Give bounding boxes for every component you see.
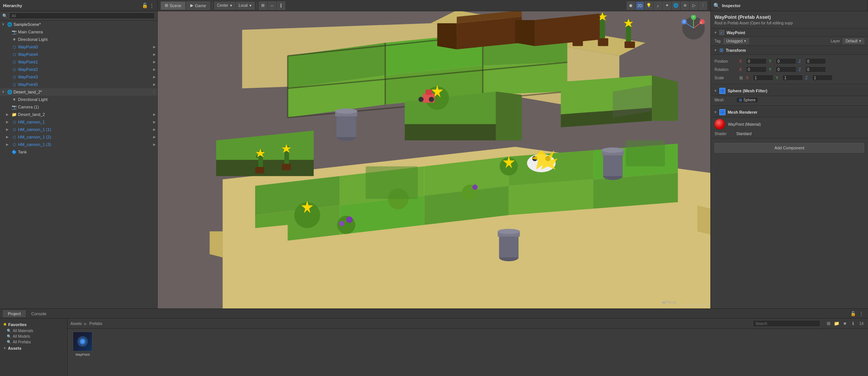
camera1-label: Camera (1) bbox=[18, 105, 39, 109]
waypoint2-arrow: ▶ bbox=[153, 68, 156, 71]
tree-item-cannon1[interactable]: ▶ ⬡ HM_cannon_1 ▶ bbox=[0, 118, 157, 126]
project-search-input[interactable] bbox=[753, 320, 820, 327]
favorites-section[interactable]: ★ Favorites bbox=[0, 321, 67, 328]
shading-btn[interactable]: ◉ bbox=[627, 2, 635, 10]
search-icon-mat: 🔍 bbox=[7, 329, 11, 333]
csdn-watermark: CSDN @lrATetR bbox=[683, 303, 708, 307]
scale-y-input[interactable] bbox=[782, 75, 803, 81]
svg-rect-78 bbox=[426, 90, 432, 95]
rot-y-input[interactable] bbox=[776, 66, 796, 72]
info-btn[interactable]: ℹ bbox=[850, 320, 857, 327]
bottom-more-btn[interactable]: ⋮ bbox=[857, 310, 865, 317]
pos-z-input[interactable] bbox=[805, 58, 826, 64]
main-layout: 🔍 ▼ 🌐 SampleScene* 📷 Main Camera ☀ Direc… bbox=[0, 11, 868, 308]
mesh-renderer-header[interactable]: ▼ Mesh Renderer bbox=[711, 107, 868, 117]
center-dropdown[interactable]: Center ▼ bbox=[214, 2, 235, 9]
pos-y-input[interactable] bbox=[776, 58, 796, 64]
waypoint-component-header[interactable]: ▼ ✓ WayPoint bbox=[711, 29, 868, 37]
tank-label: Tank bbox=[18, 150, 27, 154]
tree-item-waypoint1[interactable]: ⬡ WayPoint1 ▶ bbox=[0, 58, 157, 66]
bottom-tabs: Project Console 🔓 ⋮ bbox=[0, 309, 868, 319]
svg-point-80 bbox=[429, 97, 434, 102]
waypoint-checkbox[interactable]: ✓ bbox=[719, 30, 724, 35]
audio-btn[interactable]: ♪ bbox=[654, 2, 662, 10]
tree-item-maincamera[interactable]: 📷 Main Camera bbox=[0, 28, 157, 36]
transform-title: Transform bbox=[726, 48, 865, 53]
tree-item-cannon1-3[interactable]: ▶ ⬡ HM_cannon_1 (3) ▶ bbox=[0, 141, 157, 148]
layer-dropdown[interactable]: Default ▼ bbox=[843, 38, 864, 44]
waypoint5-arrow: ▶ bbox=[153, 83, 156, 86]
fog-btn[interactable]: ≋ bbox=[681, 2, 689, 10]
column-1 bbox=[335, 108, 357, 141]
scene-icon-desert: 🌐 bbox=[7, 89, 12, 95]
tree-item-desert-child[interactable]: ▶ 📁 Desert_land_2 ▶ bbox=[0, 111, 157, 118]
hierarchy-lock-icon[interactable]: 🔓 bbox=[142, 3, 148, 8]
transform-section-header[interactable]: ▼ ⊞ Transform bbox=[711, 46, 868, 55]
tree-item-waypoint3[interactable]: ⬡ WayPoint3 ▶ bbox=[0, 73, 157, 81]
all-materials-item[interactable]: 🔍 All Materials bbox=[0, 328, 67, 334]
tree-item-waypoint4[interactable]: ⬡ WayPoint4 ▶ bbox=[0, 51, 157, 58]
snap-btn[interactable]: ∥ bbox=[277, 2, 285, 10]
tag-dropdown[interactable]: Untagged ▼ bbox=[724, 38, 749, 44]
svg-rect-95 bbox=[366, 166, 418, 199]
tree-item-cannon1-2[interactable]: ▶ ⬡ HM_cannon_1 (2) ▶ bbox=[0, 133, 157, 141]
tree-item-camera1[interactable]: 📷 Camera (1) bbox=[0, 103, 157, 111]
scale-x-input[interactable] bbox=[753, 75, 773, 81]
rot-x-input[interactable] bbox=[746, 66, 767, 72]
light-icon-1: ☀ bbox=[12, 37, 17, 42]
toolbar-sep-1 bbox=[212, 2, 212, 9]
meshrenderer-icon bbox=[719, 109, 725, 115]
tree-item-dirlight2[interactable]: ☀ Directional Light bbox=[0, 96, 157, 103]
project-file-icons: ⊞ 📁 ★ ℹ 14 bbox=[825, 320, 865, 327]
scale-z-label: Z bbox=[805, 76, 810, 80]
lighting-btn[interactable]: 💡 bbox=[645, 2, 653, 10]
2d-btn[interactable]: 2D bbox=[636, 2, 644, 10]
anim-btn[interactable]: ▷ bbox=[690, 2, 698, 10]
mesh-filter-header[interactable]: ▼ Sphere (Mesh Filter) bbox=[711, 86, 868, 96]
scene-viewport[interactable]: ✋ ✛ ↻ ⊞ ▭ ⊛ bbox=[158, 11, 710, 308]
tree-item-tank[interactable]: 🔷 Tank bbox=[0, 148, 157, 156]
hierarchy-search-input[interactable] bbox=[9, 12, 155, 19]
bottom-lock-btn[interactable]: 🔓 bbox=[849, 310, 857, 317]
tree-item-desertland2[interactable]: ▼ 🌐 Desert_land_2* ⋮ bbox=[0, 88, 157, 96]
cannon1-1-icon: ⬡ bbox=[12, 127, 17, 132]
skybox-btn[interactable]: 🌐 bbox=[672, 2, 680, 10]
tab-console[interactable]: Console bbox=[26, 310, 51, 317]
prefab-file-1[interactable]: WayPoint bbox=[71, 332, 95, 356]
tree-item-dirlight1[interactable]: ☀ Directional Light bbox=[0, 36, 157, 43]
svg-marker-8 bbox=[483, 62, 567, 95]
favorite-toggle-btn[interactable]: ★ bbox=[841, 320, 849, 327]
expand-assets: ▼ bbox=[3, 346, 6, 350]
mesh-filter-section: ▼ Sphere (Mesh Filter) Mesh ⊞ Sphere bbox=[711, 84, 868, 106]
move-tool-btn[interactable]: ↔ bbox=[268, 2, 276, 10]
tree-item-samplescene[interactable]: ▼ 🌐 SampleScene* bbox=[0, 21, 157, 28]
grid-icon-btn[interactable]: ⊞ bbox=[259, 2, 267, 10]
all-prefabs-item[interactable]: 🔍 All Prefabs bbox=[0, 339, 67, 345]
mesh-value-box[interactable]: ⊞ Sphere bbox=[736, 97, 758, 103]
pos-x-input[interactable] bbox=[746, 58, 767, 64]
folder-btn[interactable]: 📁 bbox=[833, 320, 841, 327]
view-toggle-btn[interactable]: ⊞ bbox=[825, 320, 832, 327]
all-models-item[interactable]: 🔍 All Models bbox=[0, 334, 67, 339]
layer-label: Layer bbox=[830, 39, 840, 43]
tree-item-waypoint2[interactable]: ⬡ WayPoint2 ▶ bbox=[0, 66, 157, 73]
tab-scene[interactable]: ⊞ Scene bbox=[161, 2, 185, 10]
tab-project[interactable]: Project bbox=[3, 310, 26, 317]
svg-text:Y: Y bbox=[692, 15, 695, 19]
tree-item-cannon1-1[interactable]: ▶ ⬡ HM_cannon_1 (1) ▶ bbox=[0, 126, 157, 133]
assets-section[interactable]: ▼ Assets bbox=[0, 345, 67, 352]
tree-item-waypoint5[interactable]: ⬡ WayPoint5 ▶ bbox=[0, 81, 157, 88]
tab-game[interactable]: ▶ Game bbox=[186, 2, 210, 10]
local-dropdown[interactable]: Local ▼ bbox=[236, 2, 255, 9]
fx-btn[interactable]: ✦ bbox=[663, 2, 671, 10]
mesh-sphere-value: Sphere bbox=[743, 98, 755, 102]
scale-y-label: Y bbox=[776, 76, 780, 80]
mesh-renderer-section: ▼ Mesh Renderer WayPoint (Material) Shad… bbox=[711, 106, 868, 138]
cannon1-2-icon: ⬡ bbox=[12, 134, 17, 140]
more-settings-btn[interactable]: ⋮ bbox=[699, 2, 707, 10]
hierarchy-more-icon[interactable]: ⋮ bbox=[149, 3, 154, 8]
tree-item-waypoint0[interactable]: ⬡ WayPoint0 ▶ bbox=[0, 43, 157, 51]
scale-z-input[interactable] bbox=[812, 75, 833, 81]
rot-z-input[interactable] bbox=[805, 66, 826, 72]
add-component-button[interactable]: Add Component bbox=[715, 143, 864, 153]
